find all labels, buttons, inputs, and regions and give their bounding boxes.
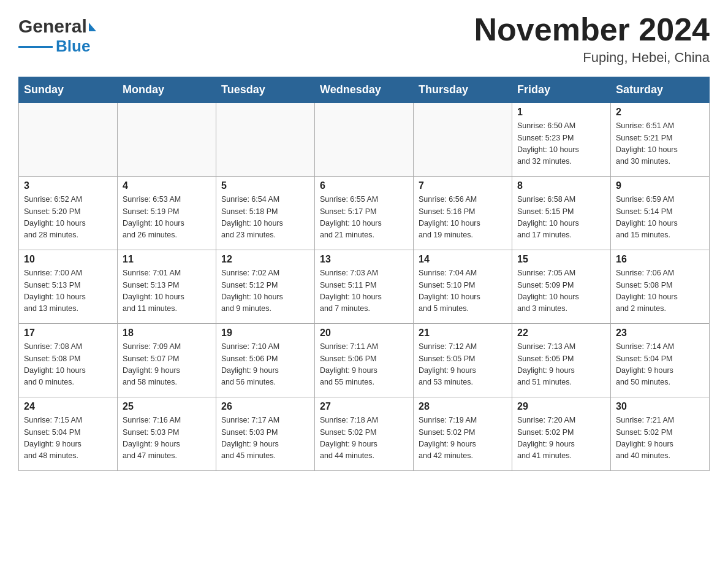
calendar-cell: 6Sunrise: 6:55 AM Sunset: 5:17 PM Daylig… bbox=[315, 177, 414, 250]
weekday-header-thursday: Thursday bbox=[414, 77, 512, 103]
calendar-cell bbox=[19, 103, 118, 177]
calendar-cell: 10Sunrise: 7:00 AM Sunset: 5:13 PM Dayli… bbox=[19, 250, 118, 324]
day-number: 24 bbox=[24, 401, 112, 412]
day-info: Sunrise: 6:59 AM Sunset: 5:14 PM Dayligh… bbox=[616, 194, 704, 242]
day-info: Sunrise: 7:19 AM Sunset: 5:02 PM Dayligh… bbox=[419, 415, 507, 462]
day-info: Sunrise: 7:21 AM Sunset: 5:02 PM Dayligh… bbox=[616, 415, 704, 462]
day-number: 29 bbox=[517, 401, 605, 412]
day-info: Sunrise: 7:02 AM Sunset: 5:12 PM Dayligh… bbox=[221, 267, 309, 315]
day-number: 28 bbox=[419, 401, 507, 412]
day-number: 22 bbox=[517, 327, 605, 339]
calendar-cell: 13Sunrise: 7:03 AM Sunset: 5:11 PM Dayli… bbox=[315, 250, 414, 324]
day-info: Sunrise: 7:04 AM Sunset: 5:10 PM Dayligh… bbox=[419, 267, 507, 315]
calendar-cell: 29Sunrise: 7:20 AM Sunset: 5:02 PM Dayli… bbox=[512, 397, 611, 471]
calendar-cell: 4Sunrise: 6:53 AM Sunset: 5:19 PM Daylig… bbox=[118, 177, 216, 250]
weekday-header-sunday: Sunday bbox=[19, 77, 118, 103]
week-row-4: 17Sunrise: 7:08 AM Sunset: 5:08 PM Dayli… bbox=[19, 324, 710, 397]
day-info: Sunrise: 6:54 AM Sunset: 5:18 PM Dayligh… bbox=[221, 194, 309, 242]
calendar-cell: 26Sunrise: 7:17 AM Sunset: 5:03 PM Dayli… bbox=[216, 397, 315, 471]
calendar-cell: 9Sunrise: 6:59 AM Sunset: 5:14 PM Daylig… bbox=[611, 177, 710, 250]
day-number: 4 bbox=[123, 180, 211, 191]
day-info: Sunrise: 6:51 AM Sunset: 5:21 PM Dayligh… bbox=[616, 120, 704, 168]
calendar-cell bbox=[315, 103, 414, 177]
day-info: Sunrise: 6:56 AM Sunset: 5:16 PM Dayligh… bbox=[419, 194, 507, 242]
calendar-cell: 28Sunrise: 7:19 AM Sunset: 5:02 PM Dayli… bbox=[414, 397, 512, 471]
day-info: Sunrise: 7:16 AM Sunset: 5:03 PM Dayligh… bbox=[123, 415, 211, 462]
calendar-cell: 8Sunrise: 6:58 AM Sunset: 5:15 PM Daylig… bbox=[512, 177, 611, 250]
calendar-cell: 11Sunrise: 7:01 AM Sunset: 5:13 PM Dayli… bbox=[118, 250, 216, 324]
day-info: Sunrise: 7:11 AM Sunset: 5:06 PM Dayligh… bbox=[320, 341, 408, 389]
logo-bottom: Blue bbox=[18, 37, 90, 56]
day-number: 7 bbox=[419, 180, 507, 191]
calendar-cell: 3Sunrise: 6:52 AM Sunset: 5:20 PM Daylig… bbox=[19, 177, 118, 250]
day-info: Sunrise: 7:08 AM Sunset: 5:08 PM Dayligh… bbox=[24, 341, 112, 389]
day-number: 26 bbox=[221, 401, 309, 412]
day-number: 30 bbox=[616, 401, 704, 412]
day-info: Sunrise: 6:52 AM Sunset: 5:20 PM Dayligh… bbox=[24, 194, 112, 242]
day-info: Sunrise: 7:09 AM Sunset: 5:07 PM Dayligh… bbox=[123, 341, 211, 389]
calendar-cell: 22Sunrise: 7:13 AM Sunset: 5:05 PM Dayli… bbox=[512, 324, 611, 397]
calendar-cell bbox=[118, 103, 216, 177]
day-number: 2 bbox=[616, 107, 704, 118]
month-title: November 2024 bbox=[474, 12, 710, 47]
day-number: 15 bbox=[517, 254, 605, 265]
day-info: Sunrise: 7:14 AM Sunset: 5:04 PM Dayligh… bbox=[616, 341, 704, 389]
day-number: 16 bbox=[616, 254, 704, 265]
day-info: Sunrise: 7:05 AM Sunset: 5:09 PM Dayligh… bbox=[517, 267, 605, 315]
day-info: Sunrise: 7:18 AM Sunset: 5:02 PM Dayligh… bbox=[320, 415, 408, 462]
day-number: 12 bbox=[221, 254, 309, 265]
calendar-cell: 27Sunrise: 7:18 AM Sunset: 5:02 PM Dayli… bbox=[315, 397, 414, 471]
day-number: 23 bbox=[616, 327, 704, 339]
day-info: Sunrise: 7:06 AM Sunset: 5:08 PM Dayligh… bbox=[616, 267, 704, 315]
day-number: 25 bbox=[123, 401, 211, 412]
day-info: Sunrise: 7:00 AM Sunset: 5:13 PM Dayligh… bbox=[24, 267, 112, 315]
day-number: 10 bbox=[24, 254, 112, 265]
calendar-cell: 12Sunrise: 7:02 AM Sunset: 5:12 PM Dayli… bbox=[216, 250, 315, 324]
day-info: Sunrise: 7:13 AM Sunset: 5:05 PM Dayligh… bbox=[517, 341, 605, 389]
logo-blue-word: Blue bbox=[56, 37, 90, 56]
week-row-5: 24Sunrise: 7:15 AM Sunset: 5:04 PM Dayli… bbox=[19, 397, 710, 471]
day-info: Sunrise: 7:12 AM Sunset: 5:05 PM Dayligh… bbox=[419, 341, 507, 389]
day-number: 9 bbox=[616, 180, 704, 191]
calendar-cell: 18Sunrise: 7:09 AM Sunset: 5:07 PM Dayli… bbox=[118, 324, 216, 397]
day-number: 19 bbox=[221, 327, 309, 339]
calendar-cell bbox=[216, 103, 315, 177]
calendar-cell: 5Sunrise: 6:54 AM Sunset: 5:18 PM Daylig… bbox=[216, 177, 315, 250]
day-info: Sunrise: 7:01 AM Sunset: 5:13 PM Dayligh… bbox=[123, 267, 211, 315]
logo-text: General bbox=[18, 17, 96, 36]
day-info: Sunrise: 7:20 AM Sunset: 5:02 PM Dayligh… bbox=[517, 415, 605, 462]
week-row-3: 10Sunrise: 7:00 AM Sunset: 5:13 PM Dayli… bbox=[19, 250, 710, 324]
calendar-cell: 1Sunrise: 6:50 AM Sunset: 5:23 PM Daylig… bbox=[512, 103, 611, 177]
calendar-cell: 14Sunrise: 7:04 AM Sunset: 5:10 PM Dayli… bbox=[414, 250, 512, 324]
calendar-cell: 19Sunrise: 7:10 AM Sunset: 5:06 PM Dayli… bbox=[216, 324, 315, 397]
calendar-cell: 2Sunrise: 6:51 AM Sunset: 5:21 PM Daylig… bbox=[611, 103, 710, 177]
calendar-cell: 30Sunrise: 7:21 AM Sunset: 5:02 PM Dayli… bbox=[611, 397, 710, 471]
day-number: 8 bbox=[517, 180, 605, 191]
day-info: Sunrise: 6:58 AM Sunset: 5:15 PM Dayligh… bbox=[517, 194, 605, 242]
calendar-table: SundayMondayTuesdayWednesdayThursdayFrid… bbox=[18, 77, 710, 471]
day-number: 27 bbox=[320, 401, 408, 412]
day-number: 21 bbox=[419, 327, 507, 339]
calendar-cell: 17Sunrise: 7:08 AM Sunset: 5:08 PM Dayli… bbox=[19, 324, 118, 397]
calendar-cell: 15Sunrise: 7:05 AM Sunset: 5:09 PM Dayli… bbox=[512, 250, 611, 324]
day-info: Sunrise: 7:10 AM Sunset: 5:06 PM Dayligh… bbox=[221, 341, 309, 389]
day-number: 17 bbox=[24, 327, 112, 339]
calendar-cell: 25Sunrise: 7:16 AM Sunset: 5:03 PM Dayli… bbox=[118, 397, 216, 471]
day-info: Sunrise: 6:55 AM Sunset: 5:17 PM Dayligh… bbox=[320, 194, 408, 242]
weekday-header-saturday: Saturday bbox=[611, 77, 710, 103]
day-info: Sunrise: 6:50 AM Sunset: 5:23 PM Dayligh… bbox=[517, 120, 605, 168]
day-number: 18 bbox=[123, 327, 211, 339]
day-info: Sunrise: 7:15 AM Sunset: 5:04 PM Dayligh… bbox=[24, 415, 112, 462]
day-number: 13 bbox=[320, 254, 408, 265]
location-title: Fuping, Hebei, China bbox=[474, 50, 710, 66]
day-number: 14 bbox=[419, 254, 507, 265]
day-number: 5 bbox=[221, 180, 309, 191]
weekday-header-monday: Monday bbox=[118, 77, 216, 103]
weekday-header-friday: Friday bbox=[512, 77, 611, 103]
calendar-cell: 7Sunrise: 6:56 AM Sunset: 5:16 PM Daylig… bbox=[414, 177, 512, 250]
weekday-header-row: SundayMondayTuesdayWednesdayThursdayFrid… bbox=[19, 77, 710, 103]
week-row-2: 3Sunrise: 6:52 AM Sunset: 5:20 PM Daylig… bbox=[19, 177, 710, 250]
weekday-header-tuesday: Tuesday bbox=[216, 77, 315, 103]
day-info: Sunrise: 6:53 AM Sunset: 5:19 PM Dayligh… bbox=[123, 194, 211, 242]
logo: General Blue bbox=[18, 17, 96, 56]
